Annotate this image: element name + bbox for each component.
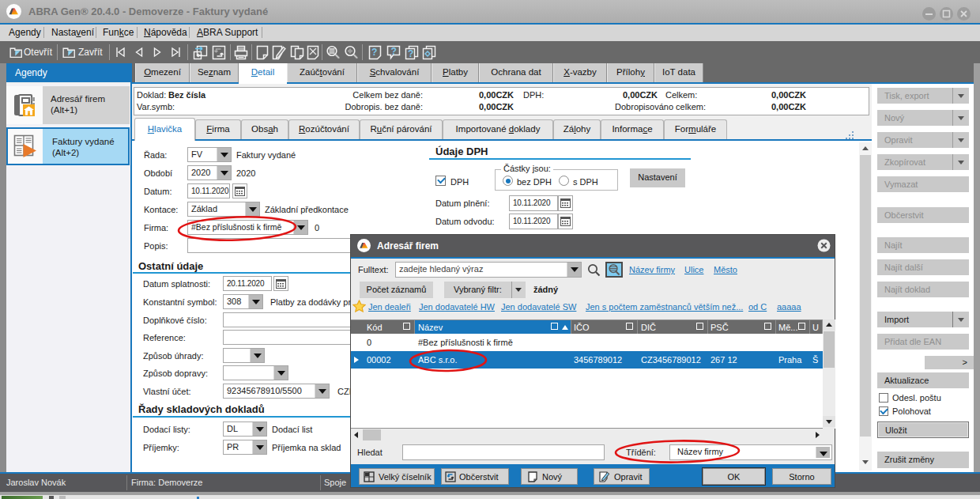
subtab-hlavi-ka[interactable]: Hlavička	[134, 118, 195, 141]
ok-button[interactable]: OK	[702, 467, 766, 486]
rada-combobox[interactable]: FV	[187, 147, 232, 162]
subtab-formul-e[interactable]: Formuláře	[664, 119, 727, 139]
bez-dph-radio[interactable]	[503, 176, 513, 186]
chevron-down-icon[interactable]	[245, 202, 259, 216]
chevron-down-icon[interactable]	[248, 295, 262, 308]
chevron-down-icon[interactable]	[567, 263, 581, 277]
filter-link-1[interactable]: Jen dealeři	[368, 302, 411, 312]
dph-checkbox[interactable]	[435, 176, 446, 186]
subtab-roz-tov-n-[interactable]: Rozúčtování	[288, 119, 360, 139]
table-vscrollbar[interactable]	[823, 319, 835, 429]
prijemky-combobox[interactable]: PR	[223, 440, 267, 455]
odesl-po-tu-checkbox[interactable]	[879, 393, 888, 403]
panel-button-aktualizace[interactable]: Aktualizace	[877, 372, 969, 388]
quick-link-ulice[interactable]: Ulice	[684, 265, 703, 274]
column-options-icon[interactable]	[798, 323, 805, 330]
subtab-ru-n-p-rov-n-[interactable]: Ruční párování	[360, 119, 443, 139]
column-options-icon[interactable]	[764, 323, 771, 330]
datum-input[interactable]: 10.11.2020	[187, 183, 230, 198]
column-header-IO[interactable]: IČO	[571, 320, 638, 334]
dodaci-listy-combobox[interactable]: DL	[223, 422, 267, 437]
column-options-icon[interactable]	[551, 323, 558, 330]
vlastni-ucet-combobox[interactable]: 92345678910/5500	[223, 384, 330, 399]
subtab-informace[interactable]: Informace	[601, 119, 664, 139]
panel-button-zkop-rovat[interactable]: Zkopírovat	[877, 154, 969, 170]
star-icon[interactable]	[352, 300, 366, 312]
chevron-down-icon[interactable]	[952, 154, 969, 170]
chevron-down-icon[interactable]	[952, 110, 969, 126]
form-scrollbar-thumb[interactable]	[860, 155, 871, 437]
chevron-down-icon[interactable]	[816, 447, 830, 458]
calendar-icon[interactable]	[558, 195, 573, 211]
s-dph-radio[interactable]	[559, 176, 569, 186]
column-options-icon[interactable]	[403, 323, 410, 330]
quick-link-nazev-firmy[interactable]: Název firmy	[629, 265, 675, 274]
firma-combobox[interactable]: #Bez příslušnosti k firmě	[187, 220, 308, 235]
chevron-down-icon[interactable]	[252, 422, 266, 436]
zrusit-zmeny-button[interactable]: Zrušit změny	[877, 452, 969, 468]
novy-button[interactable]: Nový	[521, 468, 578, 485]
table-hscrollbar[interactable]	[351, 429, 823, 441]
hledat-input[interactable]	[402, 444, 605, 460]
velky-ciselnik-button[interactable]: Velký číselník	[359, 468, 435, 485]
panel-button-naj-t-doklad[interactable]: Najít doklad	[877, 282, 969, 297]
opravit-button[interactable]: Opravit	[594, 468, 650, 485]
chevron-down-icon[interactable]	[952, 88, 969, 104]
obcerstvit-button[interactable]: Občerstvit	[441, 468, 509, 485]
chevron-down-icon[interactable]	[952, 132, 969, 148]
kontace-combobox[interactable]: Základ	[187, 202, 260, 217]
datum-plneni-input[interactable]: 10.11.2020	[509, 195, 558, 211]
panel-button-ob-erstvit[interactable]: Občerstvit	[877, 207, 969, 223]
filter-link-2[interactable]: Jen dodavatelé HW	[419, 302, 495, 312]
panel-button-tisk-export[interactable]: Tisk, export	[877, 88, 969, 104]
obdobi-combobox[interactable]: 2020	[187, 165, 232, 180]
subtab-obsah[interactable]: Obsah	[241, 119, 288, 139]
calendar-icon[interactable]	[558, 214, 573, 229]
vybrany-filtr-button[interactable]: Vybraný filtr:	[444, 282, 526, 298]
table-row-1[interactable]: 0#Bez příslušnosti k firmě	[351, 334, 823, 351]
dialog-title-bar[interactable]: Adresář firem	[351, 235, 835, 257]
column-options-icon[interactable]	[696, 323, 703, 330]
zpusob-dopravy-combobox[interactable]	[223, 365, 288, 380]
quick-link-mesto[interactable]: Město	[714, 265, 737, 274]
polohovat-checkbox[interactable]	[879, 406, 888, 416]
chevron-down-icon[interactable]	[952, 312, 969, 327]
konstantni-symbol-combobox[interactable]: 308	[223, 294, 263, 309]
panel-button-import[interactable]: Import	[877, 312, 969, 327]
subtab-firma[interactable]: Firma	[195, 119, 241, 139]
chevron-down-icon[interactable]	[293, 221, 307, 234]
filter-link-6[interactable]: aaaaa	[777, 302, 801, 312]
fulltext-input[interactable]: zadejte hledaný výraz	[395, 262, 582, 278]
calendar-icon[interactable]	[232, 183, 247, 198]
panel-button-opravit[interactable]: Opravit	[877, 132, 969, 148]
filter-link-5[interactable]: od C	[748, 302, 767, 312]
search-icon[interactable]	[587, 263, 601, 277]
tab-detail[interactable]: Detail	[239, 63, 287, 84]
column-header-Nzev[interactable]: Název	[415, 320, 571, 334]
subtab-z-lohy[interactable]: Zálohy	[553, 119, 601, 139]
advanced-search-button[interactable]	[605, 262, 623, 278]
column-header-DI[interactable]: DIČ	[638, 320, 708, 334]
chevron-down-icon[interactable]	[511, 282, 526, 298]
storno-button[interactable]: Storno	[772, 468, 831, 485]
column-header-M[interactable]: Mě...	[776, 320, 810, 334]
table-vscrollbar-thumb[interactable]	[824, 331, 835, 368]
subtab-importovan-doklady[interactable]: Importované doklady	[443, 119, 553, 139]
filter-link-3[interactable]: Jen dodavatelé SW	[501, 302, 576, 312]
chevron-down-icon[interactable]	[315, 384, 329, 398]
filter-link-4[interactable]: Jen s počtem zaměstnanců větším než...	[586, 302, 743, 312]
nastaveni-button[interactable]: Nastavení	[630, 168, 685, 187]
column-header-PS[interactable]: PSČ	[708, 320, 776, 334]
panel-button-expand[interactable]: >	[925, 356, 974, 369]
dialog-close-icon[interactable]	[817, 239, 831, 252]
datum-splatnosti-input[interactable]: 20.11.2020	[223, 276, 272, 291]
column-options-icon[interactable]	[626, 323, 633, 330]
column-header-U[interactable]: U	[810, 320, 823, 334]
chevron-down-icon[interactable]	[273, 366, 288, 380]
zpusob-uhrady-combobox[interactable]	[223, 348, 265, 363]
chevron-down-icon[interactable]	[217, 148, 231, 161]
chevron-down-icon[interactable]	[250, 349, 264, 362]
panel-button-p-idat-dle-ean[interactable]: Přidat dle EAN	[877, 334, 969, 350]
scroll-up-icon[interactable]	[862, 146, 869, 150]
pocet-zaznamu-button[interactable]: Počet záznamů	[360, 282, 433, 298]
